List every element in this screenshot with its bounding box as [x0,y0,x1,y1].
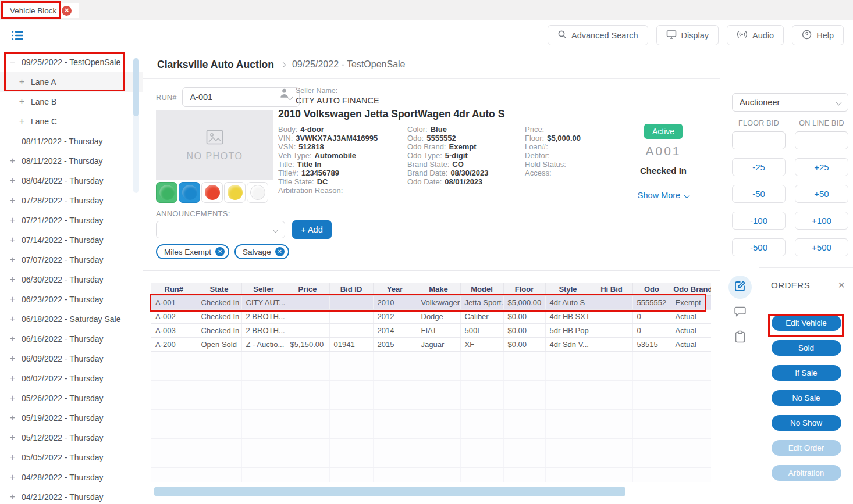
tree-toggle-icon[interactable]: + [8,432,17,443]
sidebar-item[interactable]: + 06/18/2022 - Saturday Sale [0,309,143,329]
sidebar-item[interactable]: + 06/30/2022 - Thursday [0,270,143,289]
column-header[interactable]: Odo Brand [671,283,711,295]
remove-tag-icon[interactable]: × [215,247,225,256]
red-light-button[interactable] [201,182,223,203]
orders-close-icon[interactable]: × [838,280,845,290]
online-bid-increment-button[interactable]: +100 [795,212,848,230]
tree-toggle-icon[interactable]: + [8,413,17,423]
floor-bid-decrement-button[interactable]: -25 [732,158,786,176]
tree-toggle-icon[interactable]: + [8,334,17,344]
green-light-button[interactable] [156,182,177,203]
order-action-button[interactable]: No Show [772,415,841,431]
tree-toggle-icon[interactable]: + [8,472,17,482]
auctioneer-select[interactable]: Auctioneer [732,93,848,112]
sidebar-item[interactable]: + 07/28/2022 - Thursday [0,191,143,210]
sidebar-item[interactable]: + 05/12/2022 - Thursday [0,428,143,448]
floor-bid-decrement-button[interactable]: -500 [732,238,786,256]
sidebar-item[interactable]: + 07/21/2022 - Thursday [0,210,143,230]
tree-toggle-icon[interactable]: + [8,393,17,403]
vehicle-row[interactable]: A-002 Checked In 2 BROTH... 2012 Dodge C… [151,309,711,323]
column-header[interactable]: Hi Bid [591,283,632,295]
floor-bid-input[interactable] [732,131,786,149]
sidebar-item[interactable]: + 05/19/2022 - Thursday [0,408,143,428]
column-header[interactable]: Model [460,283,503,295]
notes-tool-button[interactable] [728,326,752,349]
floor-bid-decrement-button[interactable]: -100 [732,212,786,230]
tree-toggle-icon[interactable]: + [8,215,17,226]
column-header[interactable]: Floor [503,283,545,295]
tree-toggle-icon[interactable]: + [8,235,17,245]
column-header[interactable]: Style [545,283,591,295]
tree-toggle-icon[interactable]: + [17,77,26,87]
edit-orders-tool-button[interactable] [728,276,752,299]
display-button[interactable]: Display [656,25,719,45]
sidebar-item[interactable]: + 07/14/2022 - Thursday [0,230,143,250]
tree-toggle-icon[interactable]: + [8,353,17,364]
comments-tool-button[interactable] [728,301,752,324]
sidebar-item[interactable]: + 04/21/2022 - Thursday [0,487,143,504]
column-header[interactable]: Run# [151,283,197,295]
sidebar-item[interactable]: + 06/02/2022 - Thursday [0,369,143,388]
tree-toggle-icon[interactable]: + [8,274,17,285]
order-action-button[interactable]: If Sale [772,365,841,381]
floor-bid-decrement-button[interactable]: -50 [732,185,786,203]
vehicle-row[interactable]: A-200 Open Sold Z - Auctio... $5,150.00 … [151,337,711,351]
tree-toggle-icon[interactable]: + [8,294,17,305]
tree-toggle-icon[interactable]: + [8,492,17,502]
sidebar-item[interactable]: + 05/05/2022 - Thursday [0,448,143,467]
sidebar-item[interactable]: + 06/16/2022 - Thursday [0,329,143,349]
yellow-light-button[interactable] [224,182,246,203]
sidebar-item[interactable]: + 06/23/2022 - Thursday [0,289,143,309]
add-announcement-button[interactable]: + Add [292,220,332,239]
sidebar-item[interactable]: + Lane C [0,112,143,131]
column-header[interactable]: Bid ID [329,283,373,295]
tree-toggle-icon[interactable]: + [8,176,17,186]
sidebar-scrollbar[interactable] [133,58,139,116]
online-bid-increment-button[interactable]: +500 [795,238,848,256]
white-light-button[interactable] [247,182,268,203]
help-button[interactable]: Help [792,25,844,45]
breadcrumb-auction-name[interactable]: Clarksville Auto Auction [157,59,274,71]
online-bid-input[interactable] [795,131,848,149]
column-header[interactable]: Make [417,283,460,295]
tree-toggle-icon[interactable]: + [8,195,17,206]
show-more-link[interactable]: Show More [638,191,689,200]
sidebar-item[interactable]: + 04/28/2022 - Thursday [0,467,143,487]
tree-toggle-icon[interactable]: + [17,116,26,127]
tree-toggle-icon[interactable]: + [8,373,17,384]
announcements-select[interactable] [156,221,285,238]
sidebar-item[interactable]: + Lane A [0,72,143,92]
column-header[interactable]: Odo [632,283,671,295]
online-bid-increment-button[interactable]: +50 [795,185,848,203]
tab-close-icon[interactable]: × [62,6,72,16]
vehicle-row[interactable]: A-001 Checked In CITY AUT... 2010 Volksw… [151,295,711,309]
sidebar-item[interactable]: − 09/25/2022 - TestOpenSale [0,52,143,72]
table-horizontal-scrollbar[interactable] [154,487,625,496]
online-bid-increment-button[interactable]: +25 [795,158,848,176]
column-header[interactable]: Price [286,283,329,295]
tree-toggle-icon[interactable]: + [8,314,17,324]
sidebar-item[interactable]: + 06/09/2022 - Thursday [0,349,143,369]
vehicle-row[interactable]: A-003 Checked In 2 BROTH... 2014 FIAT 50… [151,323,711,337]
tree-toggle-icon[interactable]: + [8,452,17,463]
blue-light-button[interactable] [179,182,200,203]
tree-toggle-icon[interactable]: + [8,255,17,265]
tab-vehicle-block[interactable]: Vehicle Block × [3,3,79,18]
sidebar-item[interactable]: + 07/07/2022 - Thursday [0,250,143,270]
advanced-search-button[interactable]: Advanced Search [548,25,648,45]
column-header[interactable]: Year [373,283,417,295]
column-header[interactable]: State [197,283,241,295]
tree-toggle-icon[interactable]: − [8,57,17,67]
tree-toggle-icon[interactable]: + [8,156,17,166]
order-action-button[interactable]: Edit Vehicle [772,315,841,331]
remove-tag-icon[interactable]: × [275,247,285,256]
sidebar-item[interactable]: + 08/11/2022 - Thursday [0,151,143,171]
column-header[interactable]: Seller [241,283,286,295]
sidebar-item[interactable]: + 08/04/2022 - Thursday [0,171,143,191]
order-action-button[interactable]: No Sale [772,390,841,406]
order-action-button[interactable]: Edit Order [772,440,841,456]
order-action-button[interactable]: Arbitration [772,465,841,481]
sidebar-item[interactable]: + Lane B [0,92,143,112]
sidebar-item[interactable]: 08/11/2022 - Thursday [0,131,143,151]
order-action-button[interactable]: Sold [772,340,841,356]
